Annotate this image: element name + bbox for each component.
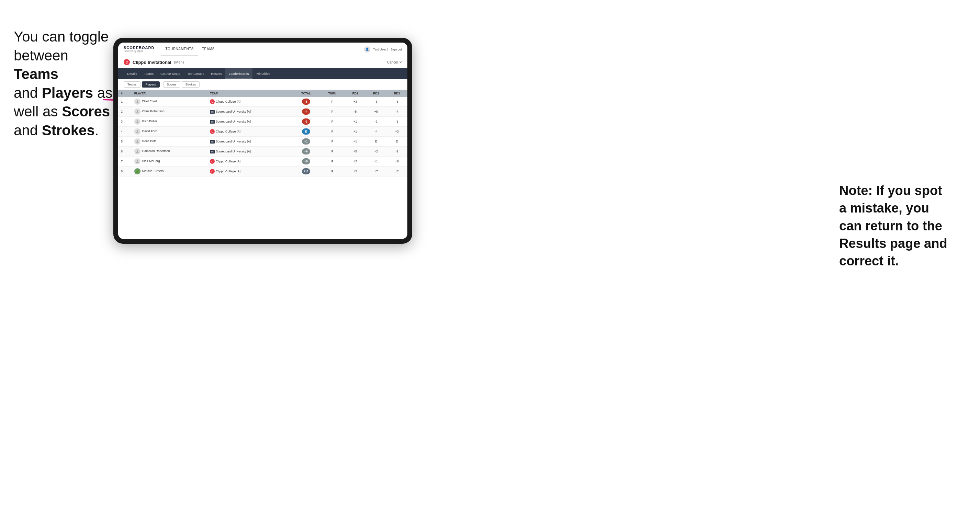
- cell-team: C Clippd College [A]: [207, 167, 292, 176]
- nav-bar: SCOREBOARD Powered by clippd TOURNAMENTS…: [118, 43, 407, 56]
- cell-team: C Clippd College [A]: [207, 127, 292, 137]
- tab-printables[interactable]: Printables: [253, 68, 274, 79]
- cell-rank: 1: [118, 97, 132, 107]
- nav-link-tournaments[interactable]: TOURNAMENTS: [161, 43, 198, 56]
- col-rank: #: [118, 90, 132, 97]
- nav-right: 👤 Test User | Sign out: [364, 46, 402, 52]
- nav-sign-out[interactable]: Sign out: [391, 48, 402, 51]
- cell-rd2: -4: [366, 127, 387, 137]
- player-avatar: [134, 119, 140, 125]
- svg-point-8: [136, 132, 138, 133]
- player-avatar: [134, 108, 140, 115]
- svg-point-5: [136, 120, 138, 122]
- cell-rd2: +1: [366, 157, 387, 167]
- cell-total: E: [292, 127, 320, 137]
- cell-rd1: +1: [345, 127, 366, 137]
- left-annotation: You can toggle between Teams and Players…: [14, 27, 113, 140]
- svg-point-14: [136, 162, 138, 163]
- table-row[interactable]: 8🌿Marcus TurnersC Clippd College [A]+11F…: [118, 167, 407, 176]
- player-avatar: [134, 158, 140, 165]
- cell-rank: 7: [118, 157, 132, 167]
- svg-point-10: [136, 142, 138, 143]
- score-badge: +6: [302, 148, 310, 154]
- cell-rd2: +5: [366, 107, 387, 117]
- leaderboard-table: # PLAYER TEAM TOTAL THRU RD1 RD2 RD3 1El…: [118, 90, 407, 239]
- annotation-line1: You can toggle: [14, 29, 108, 44]
- nav-avatar: 👤: [364, 46, 370, 52]
- score-badge: -2: [302, 119, 310, 125]
- team-sb-icon: SB: [210, 140, 215, 143]
- cell-total: +1: [292, 137, 320, 147]
- col-thru: THRU: [320, 90, 345, 97]
- sub-tab-scores[interactable]: Scores: [163, 81, 180, 87]
- cell-rd2: +2: [366, 147, 387, 157]
- table-row[interactable]: 5Rees BrittSB Scoreboard University [A]+…: [118, 137, 407, 147]
- nav-logo: SCOREBOARD Powered by clippd: [124, 46, 154, 52]
- cell-rd3: -5: [387, 97, 407, 107]
- tournament-name: Clippd Invitational: [133, 60, 172, 65]
- cell-team: C Clippd College [A]: [207, 157, 292, 167]
- sub-tab-players[interactable]: Players: [142, 81, 160, 87]
- tournament-title-row: C Clippd Invitational (Men): [124, 59, 184, 65]
- svg-point-6: [136, 122, 138, 123]
- nav-user-label: Test User |: [373, 48, 388, 51]
- col-team: TEAM: [207, 90, 292, 97]
- table-row[interactable]: 6Cameron RobertsonSB Scoreboard Universi…: [118, 147, 407, 157]
- cancel-button[interactable]: Cancel ✕: [387, 60, 402, 64]
- tab-leaderboards[interactable]: Leaderboards: [225, 68, 253, 79]
- right-annotation: Note: If you spota mistake, youcan retur…: [839, 182, 970, 270]
- table-row[interactable]: 2Chris RobertsonSB Scoreboard University…: [118, 107, 407, 117]
- team-c-icon: C: [210, 159, 215, 164]
- cell-rd1: +5: [345, 147, 366, 157]
- cell-player: Rees Britt: [132, 137, 207, 147]
- cell-thru: F: [320, 127, 345, 137]
- cell-rd3: -4: [387, 107, 407, 117]
- cell-rd1: +1: [345, 117, 366, 127]
- cell-rank: 6: [118, 147, 132, 157]
- svg-point-3: [136, 110, 138, 111]
- table-row[interactable]: 7Blair McHargC Clippd College [A]+8F+2+1…: [118, 157, 407, 167]
- tab-details[interactable]: Details: [124, 68, 140, 79]
- svg-point-13: [136, 160, 138, 161]
- cell-thru: F: [320, 117, 345, 127]
- score-badge: +11: [302, 168, 310, 175]
- cell-total: -4: [292, 107, 320, 117]
- score-badge: +8: [302, 158, 310, 165]
- nav-link-teams[interactable]: TEAMS: [198, 43, 219, 56]
- cell-rd3: +2: [387, 167, 407, 176]
- table-row[interactable]: 4David FordC Clippd College [A]EF+1-4+3: [118, 127, 407, 137]
- cell-thru: F: [320, 97, 345, 107]
- tab-course-setup[interactable]: Course Setup: [157, 68, 184, 79]
- col-rd1: RD1: [345, 90, 366, 97]
- cell-total: -2: [292, 117, 320, 127]
- col-rd3: RD3: [387, 90, 407, 97]
- tab-tee-groups[interactable]: Tee Groups: [184, 68, 207, 79]
- sub-tabs-bar: Teams Players Scores Strokes: [118, 79, 407, 90]
- cell-thru: F: [320, 107, 345, 117]
- tab-teams[interactable]: Teams: [140, 68, 157, 79]
- col-total: TOTAL: [292, 90, 320, 97]
- annotation-strokes-bold: Strokes: [42, 122, 95, 138]
- sub-tab-teams[interactable]: Teams: [124, 81, 140, 87]
- cell-rd2: +7: [366, 167, 387, 176]
- cell-thru: F: [320, 167, 345, 176]
- cell-rank: 3: [118, 117, 132, 127]
- tab-results[interactable]: Results: [207, 68, 225, 79]
- cell-player: Rich Butler: [132, 117, 207, 127]
- tablet-device: SCOREBOARD Powered by clippd TOURNAMENTS…: [113, 38, 412, 244]
- cell-rd1: +3: [345, 97, 366, 107]
- svg-point-7: [136, 130, 138, 132]
- cell-player: Elliot Ebert: [132, 97, 207, 107]
- svg-point-1: [136, 100, 138, 102]
- cell-rank: 8: [118, 167, 132, 176]
- table-row[interactable]: 3Rich ButlerSB Scoreboard University [A]…: [118, 117, 407, 127]
- cell-rd1: -5: [345, 107, 366, 117]
- sub-tab-strokes[interactable]: Strokes: [182, 81, 200, 87]
- svg-point-4: [136, 112, 138, 113]
- table-row[interactable]: 1Elliot EbertC Clippd College [A]-8F+3-6…: [118, 97, 407, 107]
- team-sb-icon: SB: [210, 150, 215, 154]
- players-table: # PLAYER TEAM TOTAL THRU RD1 RD2 RD3 1El…: [118, 90, 407, 176]
- cell-player: 🌿Marcus Turners: [132, 167, 207, 176]
- cell-player: David Ford: [132, 127, 207, 137]
- tabs-bar: Details Teams Course Setup Tee Groups Re…: [118, 68, 407, 79]
